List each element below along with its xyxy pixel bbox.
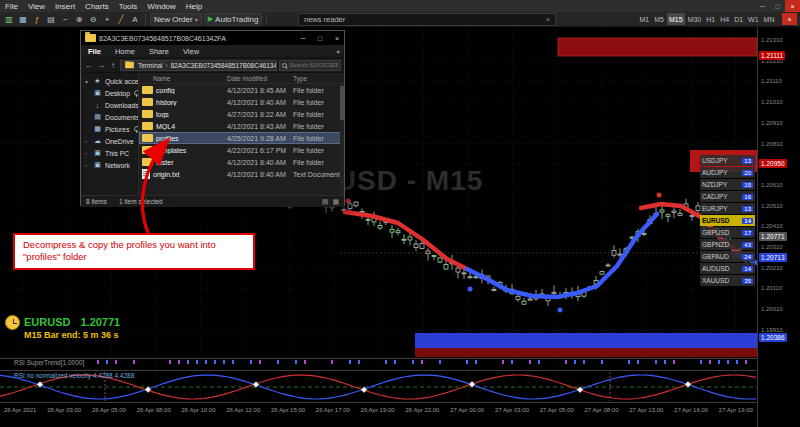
tab-timeframe-m5[interactable]: M5 bbox=[652, 13, 667, 25]
menu-charts[interactable]: Charts bbox=[80, 2, 114, 11]
zoom-out-icon[interactable]: ⊖ bbox=[87, 13, 99, 26]
news-reader-window[interactable]: news reader × bbox=[298, 13, 556, 26]
crosshair-icon[interactable]: + bbox=[101, 13, 113, 26]
price-scale[interactable]: 1.213101.212101.211101.210101.209101.208… bbox=[757, 27, 800, 427]
computer-icon: ▣ bbox=[93, 149, 102, 157]
tab-timeframe-m30[interactable]: M30 bbox=[685, 13, 704, 25]
market-watch-row-gbpnzd[interactable]: GBPNZD43 bbox=[700, 239, 755, 250]
tab-timeframe-mn[interactable]: MN bbox=[761, 13, 777, 25]
chart-window-icon[interactable]: ▦ bbox=[17, 13, 29, 26]
market-watch-row-usdjpy[interactable]: USDJPY13 bbox=[700, 155, 755, 166]
sidebar-item-documents[interactable]: ▤Documents bbox=[81, 111, 138, 123]
menu-insert[interactable]: Insert bbox=[50, 2, 80, 11]
column-date-modified[interactable]: Date modified bbox=[227, 75, 293, 82]
forward-icon[interactable]: → bbox=[96, 61, 106, 70]
market-watch-row-eurusd[interactable]: EURUSD14 bbox=[700, 215, 755, 226]
sidebar-item-this-pc[interactable]: ›▣This PC bbox=[81, 147, 138, 159]
ribbon-collapse-icon[interactable]: ▴ bbox=[336, 47, 340, 55]
explorer-close-button[interactable]: × bbox=[330, 31, 344, 45]
file-type-cell: File folder bbox=[293, 135, 344, 142]
text-tool-icon[interactable]: A bbox=[129, 13, 141, 26]
scrollbar-thumb[interactable] bbox=[340, 86, 344, 120]
file-explorer-window[interactable]: 82A3C3EB07345848517B08C461342FA ─ □ × Fi… bbox=[80, 30, 345, 206]
price-tick: 1.20510 bbox=[761, 203, 783, 209]
file-date-cell: 4/12/2021 8:43 AM bbox=[227, 123, 293, 130]
details-view-icon[interactable]: ▤ bbox=[322, 198, 329, 206]
indicators-icon[interactable]: ƒ bbox=[31, 13, 43, 26]
file-name: tester bbox=[156, 159, 174, 166]
breadcrumb-root[interactable]: Terminal bbox=[138, 62, 163, 69]
explorer-maximize-button[interactable]: □ bbox=[313, 31, 327, 45]
market-watch-row-gbpaud[interactable]: GBPAUD24 bbox=[700, 251, 755, 262]
sidebar-item-onedrive[interactable]: ›☁OneDrive bbox=[81, 135, 138, 147]
tab-timeframe-m15[interactable]: M15 bbox=[667, 13, 686, 25]
sidebar-item-network[interactable]: ›▣Network bbox=[81, 159, 138, 171]
market-watch-value: 24 bbox=[742, 254, 753, 260]
market-watch-row-eurjpy[interactable]: EURJPY13 bbox=[700, 203, 755, 214]
time-axis-label: 27 Apr 13:00 bbox=[629, 407, 663, 427]
menu-view[interactable]: View bbox=[23, 2, 50, 11]
close-icon[interactable]: × bbox=[546, 16, 550, 23]
file-row-mql4[interactable]: MQL44/12/2021 8:43 AMFile folder bbox=[139, 120, 344, 132]
sidebar-item-desktop[interactable]: ▣Desktop bbox=[81, 87, 138, 99]
file-row-tester[interactable]: tester4/12/2021 8:40 AMFile folder bbox=[139, 156, 344, 168]
price-tick: 1.20810 bbox=[761, 141, 783, 147]
autotrading-button[interactable]: ▶ AutoTrading bbox=[204, 13, 263, 26]
zoom-in-icon[interactable]: ⊕ bbox=[73, 13, 85, 26]
market-watch-row-audjpy[interactable]: AUDJPY20 bbox=[700, 167, 755, 178]
search-box[interactable] bbox=[279, 60, 341, 71]
menu-help[interactable]: Help bbox=[181, 2, 207, 11]
sidebar-item-pictures[interactable]: ▦Pictures bbox=[81, 123, 138, 135]
column-name[interactable]: Name bbox=[139, 75, 227, 82]
ribbon-tab-view[interactable]: View bbox=[176, 47, 206, 56]
sidebar-item-quick-access[interactable]: ▾★Quick access bbox=[81, 75, 138, 87]
ribbon-tab-home[interactable]: Home bbox=[108, 47, 142, 56]
tab-timeframe-h1[interactable]: H1 bbox=[704, 13, 718, 25]
menu-file[interactable]: File bbox=[0, 2, 23, 11]
chart-close-button[interactable]: × bbox=[782, 13, 797, 25]
new-order-label: New Order bbox=[154, 15, 193, 24]
market-watch-row-xauusd[interactable]: XAUUSD35 bbox=[700, 275, 755, 286]
market-watch-row-nzdjpy[interactable]: NZDJPY15 bbox=[700, 179, 755, 190]
line-chart-icon[interactable]: ~ bbox=[59, 13, 71, 26]
search-input[interactable] bbox=[289, 62, 338, 68]
file-row-origin-txt[interactable]: origin.txt4/12/2021 8:40 AMText Document bbox=[139, 168, 344, 180]
ribbon-tab-share[interactable]: Share bbox=[142, 47, 176, 56]
maximize-button[interactable]: □ bbox=[770, 0, 785, 12]
explorer-minimize-button[interactable]: ─ bbox=[296, 31, 310, 45]
explorer-ribbon: FileHomeShareView ▴ bbox=[81, 45, 344, 58]
market-watch-row-gbpusd[interactable]: GBPUSD17 bbox=[700, 227, 755, 238]
market-watch-symbol: CADJPY bbox=[702, 193, 728, 200]
tab-timeframe-w1[interactable]: W1 bbox=[746, 13, 762, 25]
file-row-history[interactable]: history4/12/2021 8:40 AMFile folder bbox=[139, 96, 344, 108]
back-icon[interactable]: ← bbox=[84, 61, 94, 70]
file-row-profiles[interactable]: profiles4/25/2021 9:28 AMFile folder bbox=[139, 132, 344, 144]
thumbnails-view-icon[interactable]: ▦ bbox=[332, 198, 339, 206]
tab-timeframe-d1[interactable]: D1 bbox=[732, 13, 746, 25]
tab-timeframe-m1[interactable]: M1 bbox=[637, 13, 652, 25]
breadcrumb-current[interactable]: 82A3C3EB07345848517B08C461342FA bbox=[171, 62, 277, 69]
close-button[interactable]: × bbox=[785, 0, 800, 12]
sidebar-item-downloads[interactable]: ↓Downloads bbox=[81, 99, 138, 111]
bar-chart-icon[interactable]: ▤ bbox=[45, 13, 57, 26]
tab-timeframe-h4[interactable]: H4 bbox=[718, 13, 732, 25]
file-row-logs[interactable]: logs4/27/2021 8:22 AMFile folder bbox=[139, 108, 344, 120]
new-order-button[interactable]: New Order ▾ bbox=[150, 13, 202, 26]
scrollbar[interactable] bbox=[340, 84, 344, 195]
file-row-templates[interactable]: templates4/22/2021 6:17 PMFile folder bbox=[139, 144, 344, 156]
column-type[interactable]: Type bbox=[293, 75, 344, 82]
file-name: logs bbox=[156, 111, 169, 118]
up-icon[interactable]: ↑ bbox=[108, 61, 118, 70]
file-row-config[interactable]: config4/12/2021 8:45 AMFile folder bbox=[139, 84, 344, 96]
ribbon-tab-file[interactable]: File bbox=[81, 47, 108, 56]
breadcrumb[interactable]: Terminal › 82A3C3EB07345848517B08C461342… bbox=[120, 60, 277, 71]
minimize-button[interactable]: ─ bbox=[755, 0, 770, 12]
trendline-icon[interactable]: ╱ bbox=[115, 13, 127, 26]
explorer-title-bar[interactable]: 82A3C3EB07345848517B08C461342FA ─ □ × bbox=[81, 31, 344, 45]
menu-tools[interactable]: Tools bbox=[114, 2, 143, 11]
document-icon: ▤ bbox=[93, 113, 102, 121]
market-watch-row-cadjpy[interactable]: CADJPY16 bbox=[700, 191, 755, 202]
menu-window[interactable]: Window bbox=[142, 2, 180, 11]
market-watch-row-audusd[interactable]: AUDUSD14 bbox=[700, 263, 755, 274]
candlestick-chart-icon[interactable]: ▥ bbox=[3, 13, 15, 26]
